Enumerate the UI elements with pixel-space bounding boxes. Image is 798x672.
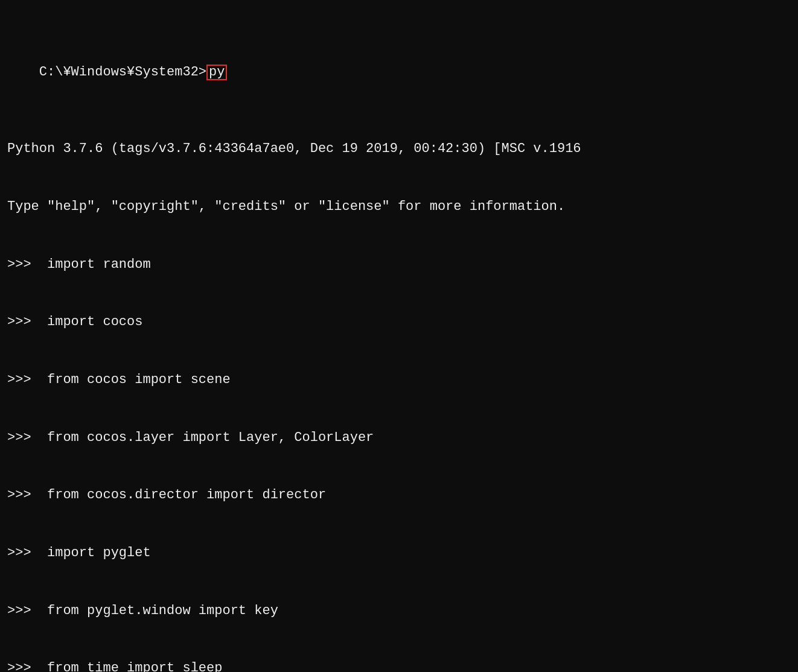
- line-import-random: >>> import random: [7, 255, 791, 274]
- line-from-time: >>> from time import sleep: [7, 659, 791, 672]
- line-from-pyglet-window: >>> from pyglet.window import key: [7, 601, 791, 621]
- line-python-ver: Python 3.7.6 (tags/v3.7.6:43364a7ae0, De…: [7, 139, 791, 159]
- line-from-cocos-scene: >>> from cocos import scene: [7, 370, 791, 390]
- line-from-cocos-layer: >>> from cocos.layer import Layer, Color…: [7, 428, 791, 448]
- line-import-cocos: >>> import cocos: [7, 312, 791, 332]
- line-cmd-path: C:\¥Windows¥System32>py: [7, 43, 791, 101]
- cursor-input: py: [206, 65, 227, 80]
- line-type-help: Type "help", "copyright", "credits" or "…: [7, 197, 791, 217]
- line-import-pyglet: >>> import pyglet: [7, 544, 791, 563]
- terminal-window[interactable]: C:\¥Windows¥System32>py Python 3.7.6 (ta…: [0, 0, 798, 672]
- line-from-cocos-director: >>> from cocos.director import director: [7, 486, 791, 505]
- path-text: C:\¥Windows¥System32>: [39, 65, 206, 80]
